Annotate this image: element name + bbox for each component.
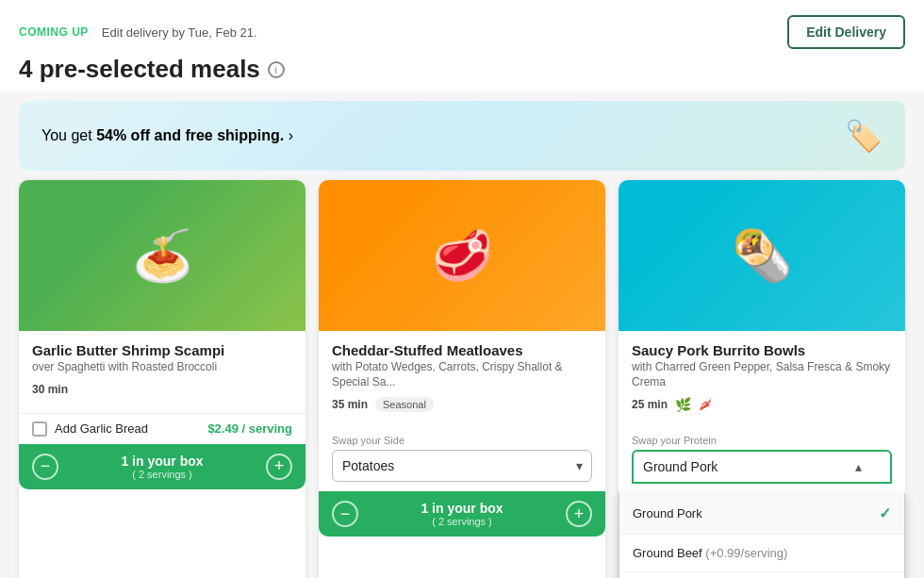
- meal-subtitle-meatloaves: with Potato Wedges, Carrots, Crispy Shal…: [332, 360, 592, 389]
- seasonal-badge: Seasonal: [375, 397, 434, 412]
- meal-card-burrito: 🌯 Saucy Pork Burrito Bowls with Charred …: [619, 180, 905, 578]
- coming-up-label: COMING UP: [19, 25, 89, 39]
- coming-up-text: Edit delivery by Tue, Feb 21.: [102, 25, 257, 40]
- meal-title-meatloaves: Cheddar-Stuffed Meatloaves: [332, 342, 592, 358]
- meal-footer-meatloaves: − 1 in your box ( 2 servings ) +: [319, 491, 605, 537]
- protein-option-label-pork: Ground Pork: [633, 506, 702, 520]
- meal-emoji-burrito: 🌯: [732, 227, 793, 285]
- box-info-shrimp: 1 in your box ( 2 servings ): [58, 454, 266, 480]
- meal-time-burrito: 25 min: [632, 398, 668, 411]
- decrease-quantity-meatloaves[interactable]: −: [332, 501, 358, 527]
- meals-grid: 🍝 Garlic Butter Shrimp Scampi over Spagh…: [0, 180, 924, 578]
- protein-option-ground-beef[interactable]: Ground Beef (+0.99/serving): [619, 535, 904, 572]
- protein-chevron-up-icon: ▴: [855, 459, 862, 474]
- info-icon[interactable]: i: [268, 61, 285, 78]
- addon-label-group: Add Garlic Bread: [32, 421, 148, 437]
- meal-meta-shrimp: 30 min: [32, 383, 292, 396]
- meal-image-shrimp-scampi: 🍝: [19, 180, 305, 331]
- meal-subtitle-burrito: with Charred Green Pepper, Salsa Fresca …: [632, 360, 892, 389]
- protein-options-dropdown: Ground Pork ✓ Ground Beef (+0.99/serving…: [619, 493, 905, 578]
- selected-checkmark: ✓: [879, 504, 891, 522]
- addon-checkbox-garlic-bread[interactable]: [32, 421, 47, 437]
- meal-time-shrimp: 30 min: [32, 383, 68, 396]
- meal-card-meatloaves: 🥩 Cheddar-Stuffed Meatloaves with Potato…: [319, 180, 605, 578]
- swap-side-wrapper: Potatoes Green Beans Roasted Broccoli: [332, 450, 592, 482]
- addon-label: Add Garlic Bread: [55, 421, 148, 436]
- increase-quantity-meatloaves[interactable]: +: [566, 501, 592, 527]
- meal-body-burrito: Saucy Pork Burrito Bowls with Charred Gr…: [619, 331, 905, 429]
- box-count-meatloaves: 1 in your box: [358, 501, 566, 516]
- promo-tag-icon: 🏷️: [845, 118, 883, 154]
- box-count-shrimp: 1 in your box: [58, 454, 266, 469]
- addon-row-garlic-bread: Add Garlic Bread $2.49 / serving: [19, 413, 305, 444]
- box-servings-shrimp: ( 2 servings ): [58, 469, 266, 480]
- page-header: COMING UP Edit delivery by Tue, Feb 21. …: [0, 0, 924, 91]
- meal-time-meatloaves: 35 min: [332, 398, 368, 411]
- addon-price: $2.49 / serving: [207, 421, 292, 436]
- meal-meta-meatloaves: 35 min Seasonal: [332, 397, 592, 412]
- increase-quantity-shrimp[interactable]: +: [266, 454, 292, 480]
- veggie-leaf-icon: 🌿: [675, 397, 691, 412]
- meal-title-burrito: Saucy Pork Burrito Bowls: [632, 342, 892, 358]
- box-servings-meatloaves: ( 2 servings ): [358, 516, 566, 527]
- swap-side-section: Swap your Side Potatoes Green Beans Roas…: [319, 429, 605, 491]
- edit-delivery-button[interactable]: Edit Delivery: [787, 15, 905, 49]
- meal-footer-shrimp: − 1 in your box ( 2 servings ) +: [19, 444, 305, 489]
- meal-body-shrimp: Garlic Butter Shrimp Scampi over Spaghet…: [19, 331, 305, 413]
- swap-side-label: Swap your Side: [332, 435, 592, 446]
- protein-option-organic-beef[interactable]: Organic Ground Beef (+1.99/serving): [619, 572, 904, 578]
- promo-discount: 54% off and free shipping.: [96, 127, 284, 143]
- swap-protein-section: Swap your Protein Ground Pork ▴ Ground P…: [619, 429, 905, 493]
- pre-selected-row: 4 pre-selected meals i: [19, 55, 905, 84]
- page-title: 4 pre-selected meals: [19, 55, 260, 84]
- protein-option-label-beef: Ground Beef (+0.99/serving): [633, 546, 787, 560]
- protein-option-ground-pork[interactable]: Ground Pork ✓: [619, 493, 904, 535]
- meal-subtitle-shrimp: over Spaghetti with Roasted Broccoli: [32, 360, 292, 375]
- promo-arrow: ›: [289, 127, 293, 143]
- meal-card-shrimp-scampi: 🍝 Garlic Butter Shrimp Scampi over Spagh…: [19, 180, 305, 578]
- protein-selected-value: Ground Pork: [643, 459, 718, 474]
- meal-emoji-meatloaf: 🥩: [432, 227, 493, 285]
- promo-text: You get 54% off and free shipping. ›: [41, 127, 293, 144]
- meal-emoji: 🍝: [132, 227, 193, 285]
- meal-body-meatloaves: Cheddar-Stuffed Meatloaves with Potato W…: [319, 331, 605, 429]
- meal-image-burrito: 🌯: [619, 180, 905, 331]
- box-info-meatloaves: 1 in your box ( 2 servings ): [358, 501, 566, 527]
- spicy-pepper-icon: 🌶: [699, 397, 712, 412]
- swap-protein-select[interactable]: Ground Pork ▴: [632, 450, 892, 484]
- swap-protein-label: Swap your Protein: [632, 435, 892, 446]
- meal-title-shrimp: Garlic Butter Shrimp Scampi: [32, 342, 292, 358]
- swap-side-select[interactable]: Potatoes Green Beans Roasted Broccoli: [332, 450, 592, 482]
- promo-banner[interactable]: You get 54% off and free shipping. › 🏷️: [19, 101, 905, 171]
- decrease-quantity-shrimp[interactable]: −: [32, 454, 58, 480]
- coming-up-bar: COMING UP Edit delivery by Tue, Feb 21. …: [19, 15, 905, 49]
- meal-image-meatloaves: 🥩: [319, 180, 605, 331]
- meal-meta-burrito: 25 min 🌿 🌶: [632, 397, 892, 412]
